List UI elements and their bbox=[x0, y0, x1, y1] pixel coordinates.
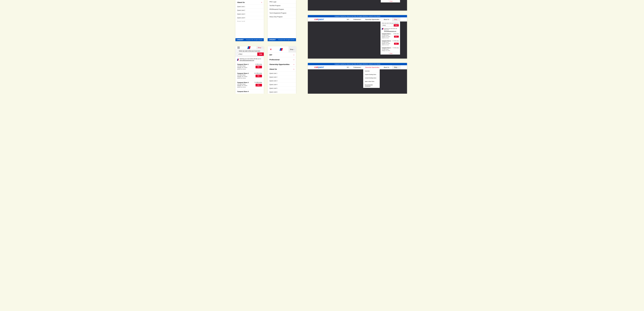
nav-ownership[interactable]: Ownership Opportunities⌃ bbox=[364, 65, 382, 69]
quick-link[interactable]: Quick Link 1 bbox=[236, 5, 264, 8]
pro-link[interactable]: PRO Login bbox=[268, 0, 296, 4]
chevron-up-icon: ⌃ bbox=[398, 19, 398, 20]
quick-link[interactable]: Quick Link 2 bbox=[236, 8, 264, 12]
chevron-up-icon: ⌃ bbox=[388, 1, 389, 2]
sublink[interactable]: Quick Link 1 bbox=[268, 71, 296, 75]
dd-open-new[interactable]: Open a New Store bbox=[363, 80, 380, 83]
mobile-menu-panel: ✕ Shop ⌄ DIY Professional Ownership Oppo… bbox=[268, 46, 296, 94]
about-us-title: About Us bbox=[237, 1, 245, 3]
nav-about[interactable]: About Us⌄ bbox=[382, 17, 392, 21]
zip-prompt: Enter zip code to find your local store bbox=[237, 50, 262, 52]
hamburger-button[interactable] bbox=[236, 47, 242, 48]
aap-link[interactable]: shop.advanceautoparts.com bbox=[240, 60, 254, 61]
top-banner: Carquest is backed by Advance Auto Parts… bbox=[308, 63, 407, 65]
zip-search: Enter zip code to find your local store … bbox=[236, 49, 264, 57]
top-banner: Carquest is backed by Advance Auto Parts… bbox=[308, 15, 407, 17]
go-button[interactable]: GO › bbox=[256, 66, 262, 68]
chevron-up-icon: ⌃ bbox=[380, 67, 381, 68]
nav-professional[interactable]: Professional⌄ bbox=[352, 65, 364, 69]
copyright: ©Carquest 2023. All rights reserved. bbox=[246, 39, 262, 40]
pro-link[interactable]: Tool & Equipment Program bbox=[268, 11, 296, 15]
aap-link[interactable]: shop.advanceautoparts.com bbox=[384, 31, 396, 32]
brand-logo[interactable]: CARQUEST bbox=[314, 66, 324, 68]
pro-link[interactable]: Heavy Duty Program bbox=[268, 15, 296, 19]
nav-professional[interactable]: Professional⌄ bbox=[352, 17, 364, 21]
mobile-header: Shop ⌃ bbox=[236, 46, 264, 49]
quick-link[interactable]: Quick Link 5 bbox=[236, 20, 264, 21]
pro-link[interactable]: TechNet Program bbox=[268, 4, 296, 7]
sublink[interactable]: Quick Link 2 bbox=[268, 75, 296, 79]
store-distance: 3.2 miles away bbox=[392, 40, 399, 41]
logo[interactable] bbox=[274, 48, 288, 51]
mobile-about-panel: About Us Quick Link 1 Quick Link 2 Quick… bbox=[236, 0, 264, 41]
nav-diy[interactable]: DIY⌄ bbox=[345, 65, 352, 69]
desktop-shop-open: Carquest is backed by Advance Auto Parts… bbox=[308, 15, 407, 58]
pro-link[interactable]: PRORewards Program bbox=[268, 7, 296, 11]
mobile-pro-panel: PRO Login TechNet Program PRORewards Pro… bbox=[268, 0, 296, 41]
nav-about[interactable]: About Us⌄ bbox=[382, 65, 392, 69]
menu-professional[interactable]: Professional bbox=[268, 57, 296, 62]
ownership-dropdown: Overview Acquire Existing Store Convert … bbox=[363, 69, 380, 88]
find-button[interactable]: FIND bbox=[257, 52, 264, 56]
store-result: Carquest Store 3 123 Main Street Raleigh… bbox=[236, 80, 264, 89]
chevron-down-icon: ⌄ bbox=[361, 19, 362, 20]
logo[interactable] bbox=[242, 46, 256, 49]
chevron-up-icon: ⌃ bbox=[388, 53, 389, 54]
menu-diy[interactable]: DIY bbox=[268, 52, 296, 57]
store-notice: Selecting your store below will take you… bbox=[236, 57, 264, 62]
footer-logo: CARQUEST bbox=[269, 39, 276, 40]
chevron-right-icon bbox=[294, 58, 294, 61]
menu-ownership[interactable]: Ownership Opportunities bbox=[268, 62, 296, 67]
carquest-icon bbox=[280, 48, 282, 51]
dd-overview[interactable]: Overview bbox=[363, 69, 380, 73]
nav-shop[interactable]: Shop⌄ bbox=[392, 65, 400, 69]
zip-input[interactable] bbox=[382, 24, 394, 26]
close-bar[interactable]: ⌃ Close bbox=[381, 0, 400, 2]
go-button[interactable]: GO › bbox=[394, 43, 399, 45]
sublink[interactable]: Quick Link 3 bbox=[268, 79, 296, 83]
store-result: Carquest Store 3 123 Main StreetRaleigh,… bbox=[380, 46, 400, 52]
go-button[interactable]: GO › bbox=[256, 84, 262, 86]
store-distance: 7.4 miles away bbox=[392, 47, 399, 48]
menu-about[interactable]: About Us bbox=[268, 67, 296, 71]
dd-acquire[interactable]: Acquire Existing Store bbox=[363, 73, 380, 76]
close-bar[interactable]: ⌃ Close bbox=[380, 52, 400, 54]
quick-link[interactable]: Quick Link 3 bbox=[236, 12, 264, 16]
footer-logo: CARQUEST bbox=[237, 39, 244, 40]
store-name: Carquest Store 1 bbox=[382, 33, 391, 34]
go-button[interactable]: GO › bbox=[394, 36, 399, 37]
nav-shop[interactable]: Shop⌃ bbox=[392, 17, 400, 21]
nav-ownership[interactable]: Ownership Opportunities⌄ bbox=[364, 17, 382, 21]
go-button[interactable]: GO › bbox=[256, 75, 262, 77]
find-button[interactable]: FIND bbox=[394, 24, 399, 26]
zip-prompt: Enter zip code to find your local store bbox=[382, 22, 399, 24]
nav-diy[interactable]: DIY⌄ bbox=[345, 17, 352, 21]
chevron-right-icon bbox=[294, 68, 294, 70]
shop-dropdown: Enter zip code to find your local store … bbox=[380, 21, 400, 54]
dd-convert[interactable]: Convert Existing Store bbox=[363, 76, 380, 80]
quick-link[interactable]: Quick Link 4 bbox=[236, 16, 264, 20]
shop-toggle[interactable]: Shop ⌄ bbox=[288, 46, 296, 52]
close-button[interactable]: ✕ bbox=[268, 48, 274, 51]
chevron-down-icon: ⌄ bbox=[380, 19, 381, 20]
store-name: Carquest Store 2 bbox=[382, 40, 391, 41]
store-distance: 3.2 miles away bbox=[254, 73, 262, 74]
zip-input[interactable] bbox=[237, 52, 257, 56]
chevron-down-icon: ⌄ bbox=[361, 67, 362, 68]
aap-icon bbox=[382, 28, 383, 29]
chevron-up-icon: ⌃ bbox=[262, 47, 262, 48]
about-us-header[interactable]: About Us bbox=[236, 0, 264, 5]
sublink[interactable]: Quick Link 4 bbox=[268, 83, 296, 86]
brand-logo[interactable]: CARQUEST bbox=[314, 18, 324, 20]
chevron-down-icon: ⌄ bbox=[398, 67, 398, 68]
chevron-down-icon: ⌄ bbox=[350, 67, 350, 68]
sublink[interactable]: Quick Link 5 bbox=[268, 86, 296, 90]
mobile-shop-panel: Shop ⌃ Enter zip code to find your local… bbox=[236, 46, 264, 94]
sublink[interactable]: Quick Link 6 bbox=[268, 90, 296, 94]
store-notice: Selecting your store below will take you… bbox=[380, 27, 400, 32]
shop-dropdown-close: ⌃ Close bbox=[381, 0, 400, 2]
dd-investment[interactable]: Recommended Investment bbox=[363, 83, 380, 88]
chevron-down-icon: ⌄ bbox=[350, 19, 350, 20]
shop-toggle[interactable]: Shop ⌃ bbox=[256, 46, 264, 49]
close-icon: ✕ bbox=[270, 48, 272, 51]
